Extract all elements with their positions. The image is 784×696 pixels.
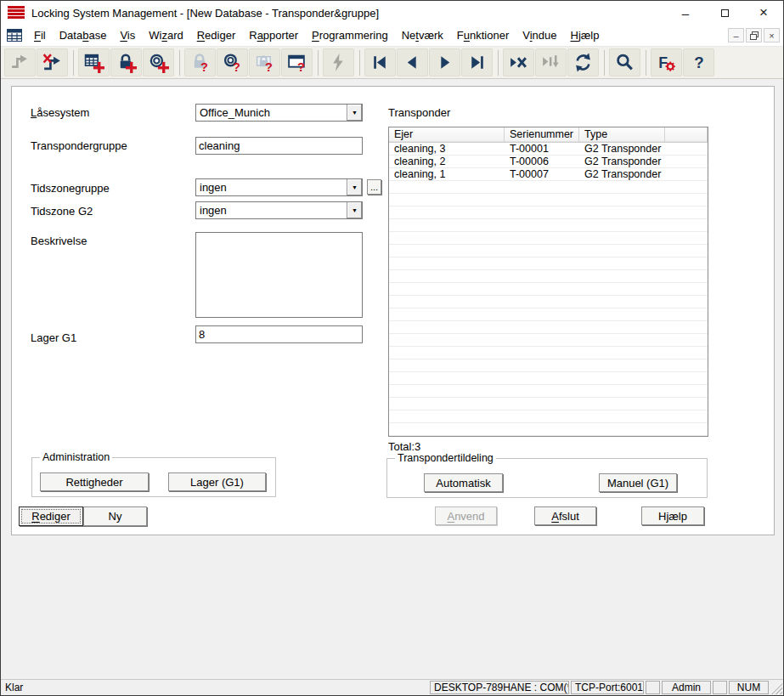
- transponder-group-form: Låsesystem Office_Munich ▼ Transpondergr…: [11, 86, 775, 535]
- table-cell: cleaning, 3: [389, 143, 505, 156]
- first-record-button[interactable]: [364, 48, 396, 76]
- tidszone-g2-combo[interactable]: ingen ▼: [195, 201, 363, 219]
- disconnect-button[interactable]: [37, 48, 68, 76]
- menu-item-vis[interactable]: Vis: [113, 26, 142, 44]
- maximize-icon: [721, 9, 729, 17]
- afslut-button[interactable]: Afslut: [534, 506, 596, 525]
- column-header-ejer[interactable]: Ejer: [389, 127, 505, 142]
- transponder-table-header[interactable]: EjerSerienummerType: [389, 127, 708, 143]
- new-locking-system-icon: [83, 52, 104, 73]
- manuel-g1-button[interactable]: Manuel (G1): [599, 473, 677, 492]
- restore-icon: [750, 31, 759, 40]
- table-row[interactable]: cleaning, 1T-00007G2 Transponder: [389, 168, 708, 181]
- table-cell: G2 Transponder: [579, 143, 665, 156]
- search-icon: [614, 52, 635, 73]
- mdi-minimize-button[interactable]: –: [728, 28, 744, 42]
- app-window: Locking System Management - [New Databas…: [0, 0, 784, 696]
- search-button[interactable]: [609, 48, 640, 76]
- filter-button[interactable]: F: [651, 48, 682, 76]
- toolbar-separator: [604, 50, 605, 76]
- table-cell: [665, 156, 708, 168]
- status-tcp-port: TCP-Port:6001: [571, 681, 644, 694]
- lasesystem-value: Office_Munich: [200, 106, 270, 119]
- menu-item-rediger[interactable]: Rediger: [190, 26, 243, 44]
- new-transponder-icon: [148, 52, 169, 73]
- table-cell: cleaning, 2: [389, 156, 505, 168]
- menu-item-netv-rk[interactable]: Netværk: [395, 26, 450, 44]
- table-row[interactable]: cleaning, 2T-00006G2 Transponder: [389, 156, 708, 168]
- rettigheder-button[interactable]: Rettigheder: [40, 472, 149, 491]
- tidszone-g2-value: ingen: [200, 204, 227, 217]
- table-cell: cleaning, 1: [389, 168, 505, 181]
- read-network-button[interactable]: ?: [281, 48, 313, 76]
- close-button[interactable]: ×: [744, 1, 783, 25]
- lasesystem-combo[interactable]: Office_Munich ▼: [195, 104, 363, 122]
- previous-record-icon: [402, 52, 423, 73]
- next-record-button[interactable]: [429, 48, 460, 76]
- menu-item-fil[interactable]: Fil: [27, 26, 53, 44]
- svg-text:F: F: [658, 54, 668, 71]
- mdi-close-button[interactable]: ×: [764, 28, 780, 42]
- toolbar-separator: [318, 50, 319, 76]
- new-lock-button[interactable]: [110, 48, 142, 76]
- chevron-down-icon[interactable]: ▼: [347, 179, 362, 195]
- menu-item-funktioner[interactable]: Funktioner: [450, 26, 516, 44]
- app-logo-icon: [8, 6, 25, 20]
- last-record-button[interactable]: [461, 48, 493, 76]
- mdi-restore-button[interactable]: [746, 28, 762, 42]
- read-lock-button[interactable]: ?: [184, 48, 216, 76]
- table-cell: G2 Transponder: [579, 168, 665, 181]
- previous-record-button[interactable]: [397, 48, 428, 76]
- read-transponder-button[interactable]: ?: [217, 48, 248, 76]
- tidszonegruppe-browse-button[interactable]: ...: [367, 179, 381, 195]
- status-panel-empty: [646, 681, 660, 694]
- maximize-button[interactable]: [705, 1, 744, 25]
- menu-item-database[interactable]: Database: [53, 26, 114, 44]
- filter-icon: F: [656, 52, 677, 73]
- svg-text:?: ?: [694, 54, 703, 71]
- transpondergruppe-input[interactable]: [195, 137, 363, 155]
- menu-item-programmering[interactable]: Programmering: [305, 26, 395, 44]
- toolbar-separator: [498, 50, 499, 76]
- table-row[interactable]: cleaning, 3T-00001G2 Transponder: [389, 143, 708, 156]
- read-network-icon: ?: [286, 52, 307, 73]
- toolbar-separator: [73, 50, 74, 76]
- new-transponder-button[interactable]: [143, 48, 174, 76]
- menu-item-rapporter[interactable]: Rapporter: [242, 26, 305, 44]
- column-header-blank[interactable]: [665, 127, 708, 142]
- lager-g1-input[interactable]: [195, 325, 363, 343]
- lager-g1-button[interactable]: Lager (G1): [168, 472, 266, 491]
- table-cell: T-00007: [505, 168, 579, 181]
- next-record-icon: [434, 52, 455, 73]
- ny-button[interactable]: Ny: [83, 506, 147, 526]
- chevron-down-icon[interactable]: ▼: [347, 202, 362, 218]
- beskrivelse-textarea[interactable]: [195, 232, 363, 318]
- remove-record-icon: [508, 52, 529, 73]
- new-lock-icon: [116, 52, 137, 73]
- help-button[interactable]: ?: [683, 48, 714, 76]
- new-locking-system-button[interactable]: [78, 48, 110, 76]
- rediger-button[interactable]: Rediger: [19, 506, 83, 526]
- column-header-serienummer[interactable]: Serienummer: [505, 127, 579, 142]
- hjaelp-button[interactable]: Hjælp: [641, 506, 704, 525]
- menu-item-hj-lp[interactable]: Hjælp: [563, 26, 606, 44]
- last-record-icon: [466, 52, 488, 73]
- transponder-table[interactable]: EjerSerienummerType cleaning, 3T-00001G2…: [388, 127, 708, 437]
- read-g1-lock-button[interactable]: ?: [249, 48, 280, 76]
- lager-g1-label: Lager G1: [31, 331, 76, 344]
- refresh-button[interactable]: [567, 48, 599, 76]
- resize-grip[interactable]: [771, 683, 782, 694]
- column-header-type[interactable]: Type: [579, 127, 665, 142]
- transponder-table-body[interactable]: cleaning, 3T-00001G2 Transpondercleaning…: [389, 143, 708, 436]
- status-num-lock: NUM: [729, 681, 769, 694]
- menu-item-vindue[interactable]: Vindue: [516, 26, 563, 44]
- automatisk-button[interactable]: Automatisk: [424, 473, 503, 492]
- tidszonegruppe-combo[interactable]: ingen ▼: [195, 178, 363, 196]
- toolbar-separator: [646, 50, 646, 76]
- administration-legend: Administration: [40, 451, 112, 463]
- remove-record-button[interactable]: [503, 48, 534, 76]
- table-cell: [665, 143, 708, 156]
- menu-item-wizard[interactable]: Wizard: [142, 26, 189, 44]
- minimize-button[interactable]: –: [666, 1, 705, 25]
- chevron-down-icon[interactable]: ▼: [347, 105, 362, 121]
